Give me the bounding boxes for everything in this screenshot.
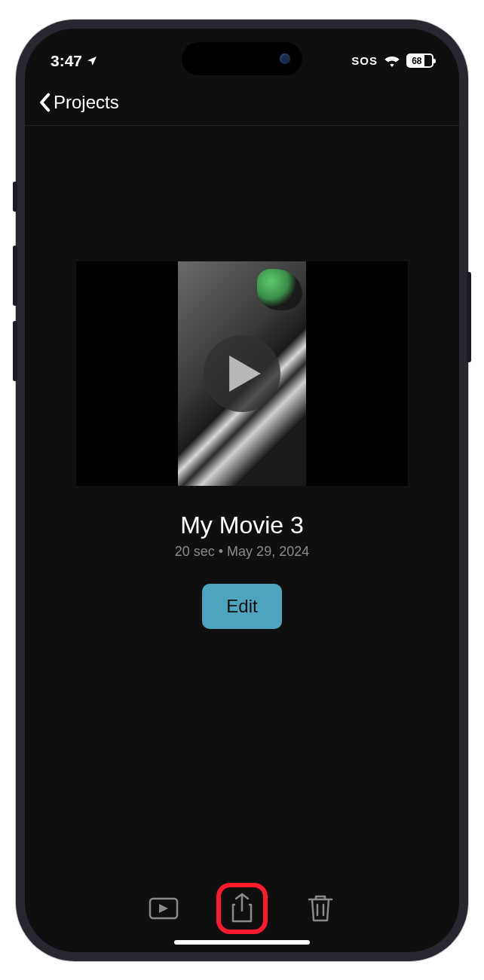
home-indicator[interactable] [174,940,310,945]
location-icon [86,55,98,67]
side-button-silent [13,182,17,212]
screen: 3:47 SOS 68 Projects [25,29,459,952]
back-button[interactable]: Projects [38,92,119,113]
share-icon [230,893,254,924]
delete-button[interactable] [302,890,338,927]
battery-icon: 68 [406,53,433,68]
wifi-icon [384,55,400,67]
phone-frame: 3:47 SOS 68 Projects [16,20,468,961]
dynamic-island [182,42,302,75]
side-button-volume-down [13,321,17,381]
chevron-left-icon [38,93,51,112]
edit-button[interactable]: Edit [202,584,281,629]
nav-bar: Projects [25,77,459,126]
sos-indicator: SOS [351,54,378,67]
back-label: Projects [54,92,119,113]
theater-icon [149,897,179,920]
share-button[interactable] [224,890,260,927]
play-icon [229,356,261,392]
trash-icon [308,893,333,924]
status-time: 3:47 [51,52,82,70]
theater-button[interactable] [146,890,182,927]
project-meta: 20 sec • May 29, 2024 [175,544,309,560]
side-button-power [467,272,471,362]
side-button-volume-up [13,246,17,306]
battery-level: 68 [408,55,424,66]
content-area: My Movie 3 20 sec • May 29, 2024 Edit [25,126,459,890]
project-thumbnail[interactable] [76,261,408,486]
project-title: My Movie 3 [180,511,304,539]
play-button[interactable] [204,335,280,412]
